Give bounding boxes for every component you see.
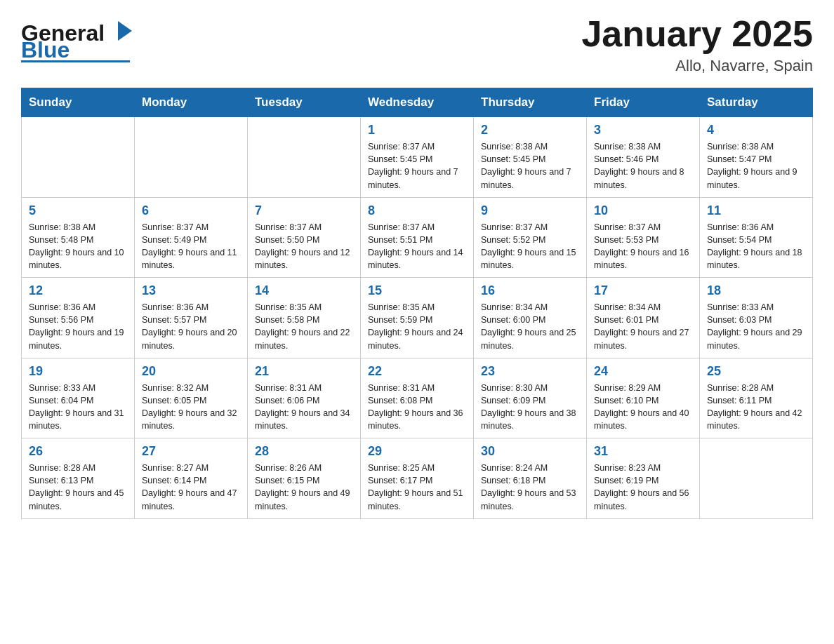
calendar-cell: 1Sunrise: 8:37 AMSunset: 5:45 PMDaylight… [361, 117, 474, 198]
calendar-cell [700, 438, 813, 519]
calendar-cell: 8Sunrise: 8:37 AMSunset: 5:51 PMDaylight… [361, 197, 474, 278]
day-number: 31 [594, 444, 692, 459]
header-sunday: Sunday [22, 88, 135, 117]
day-number: 27 [142, 444, 240, 459]
header-tuesday: Tuesday [248, 88, 361, 117]
calendar-cell: 21Sunrise: 8:31 AMSunset: 6:06 PMDayligh… [248, 358, 361, 438]
day-number: 20 [142, 364, 240, 379]
page-header: General Blue January 2025 Allo, Navarre,… [21, 14, 813, 75]
day-info: Sunrise: 8:32 AMSunset: 6:05 PMDaylight:… [142, 382, 240, 433]
calendar-cell: 20Sunrise: 8:32 AMSunset: 6:05 PMDayligh… [135, 358, 248, 438]
day-number: 21 [255, 364, 353, 379]
calendar-cell: 9Sunrise: 8:37 AMSunset: 5:52 PMDaylight… [474, 197, 587, 278]
logo: General Blue [21, 14, 133, 63]
day-info: Sunrise: 8:23 AMSunset: 6:19 PMDaylight:… [594, 462, 692, 513]
day-info: Sunrise: 8:38 AMSunset: 5:48 PMDaylight:… [29, 221, 127, 272]
calendar-cell: 27Sunrise: 8:27 AMSunset: 6:14 PMDayligh… [135, 438, 248, 519]
day-number: 1 [368, 123, 466, 137]
calendar-cell: 4Sunrise: 8:38 AMSunset: 5:47 PMDaylight… [700, 117, 813, 198]
day-number: 16 [481, 283, 579, 298]
calendar-cell: 18Sunrise: 8:33 AMSunset: 6:03 PMDayligh… [700, 278, 813, 358]
day-info: Sunrise: 8:28 AMSunset: 6:11 PMDaylight:… [707, 382, 805, 433]
calendar-subtitle: Allo, Navarre, Spain [581, 57, 813, 75]
svg-marker-1 [118, 21, 132, 41]
week-row-1: 1Sunrise: 8:37 AMSunset: 5:45 PMDaylight… [22, 117, 813, 198]
day-number: 25 [707, 364, 805, 379]
calendar-cell: 26Sunrise: 8:28 AMSunset: 6:13 PMDayligh… [22, 438, 135, 519]
week-row-2: 5Sunrise: 8:38 AMSunset: 5:48 PMDaylight… [22, 197, 813, 278]
day-info: Sunrise: 8:25 AMSunset: 6:17 PMDaylight:… [368, 462, 466, 513]
week-row-4: 19Sunrise: 8:33 AMSunset: 6:04 PMDayligh… [22, 358, 813, 438]
week-row-5: 26Sunrise: 8:28 AMSunset: 6:13 PMDayligh… [22, 438, 813, 519]
day-number: 14 [255, 283, 353, 298]
day-number: 22 [368, 364, 466, 379]
calendar-cell: 30Sunrise: 8:24 AMSunset: 6:18 PMDayligh… [474, 438, 587, 519]
calendar-cell: 28Sunrise: 8:26 AMSunset: 6:15 PMDayligh… [248, 438, 361, 519]
calendar-cell: 7Sunrise: 8:37 AMSunset: 5:50 PMDaylight… [248, 197, 361, 278]
day-number: 11 [707, 203, 805, 218]
day-info: Sunrise: 8:29 AMSunset: 6:10 PMDaylight:… [594, 382, 692, 433]
calendar-cell: 11Sunrise: 8:36 AMSunset: 5:54 PMDayligh… [700, 197, 813, 278]
calendar-cell: 17Sunrise: 8:34 AMSunset: 6:01 PMDayligh… [587, 278, 700, 358]
calendar-cell: 10Sunrise: 8:37 AMSunset: 5:53 PMDayligh… [587, 197, 700, 278]
day-info: Sunrise: 8:31 AMSunset: 6:06 PMDaylight:… [255, 382, 353, 433]
calendar-table: Sunday Monday Tuesday Wednesday Thursday… [21, 88, 813, 519]
svg-rect-3 [21, 60, 130, 62]
day-info: Sunrise: 8:38 AMSunset: 5:45 PMDaylight:… [481, 140, 579, 192]
day-info: Sunrise: 8:34 AMSunset: 6:00 PMDaylight:… [481, 301, 579, 352]
day-info: Sunrise: 8:27 AMSunset: 6:14 PMDaylight:… [142, 462, 240, 513]
day-info: Sunrise: 8:37 AMSunset: 5:53 PMDaylight:… [594, 221, 692, 272]
calendar-cell: 29Sunrise: 8:25 AMSunset: 6:17 PMDayligh… [361, 438, 474, 519]
header-wednesday: Wednesday [361, 88, 474, 117]
calendar-cell: 19Sunrise: 8:33 AMSunset: 6:04 PMDayligh… [22, 358, 135, 438]
svg-text:Blue: Blue [21, 37, 70, 62]
day-info: Sunrise: 8:37 AMSunset: 5:52 PMDaylight:… [481, 221, 579, 272]
calendar-cell: 14Sunrise: 8:35 AMSunset: 5:58 PMDayligh… [248, 278, 361, 358]
day-number: 29 [368, 444, 466, 459]
day-number: 4 [707, 123, 805, 137]
calendar-cell: 2Sunrise: 8:38 AMSunset: 5:45 PMDaylight… [474, 117, 587, 198]
calendar-cell: 24Sunrise: 8:29 AMSunset: 6:10 PMDayligh… [587, 358, 700, 438]
header-thursday: Thursday [474, 88, 587, 117]
day-number: 7 [255, 203, 353, 218]
day-info: Sunrise: 8:38 AMSunset: 5:47 PMDaylight:… [707, 140, 805, 192]
day-number: 15 [368, 283, 466, 298]
day-info: Sunrise: 8:33 AMSunset: 6:04 PMDaylight:… [29, 382, 127, 433]
day-info: Sunrise: 8:36 AMSunset: 5:54 PMDaylight:… [707, 221, 805, 272]
calendar-cell: 23Sunrise: 8:30 AMSunset: 6:09 PMDayligh… [474, 358, 587, 438]
day-number: 6 [142, 203, 240, 218]
calendar-body: 1Sunrise: 8:37 AMSunset: 5:45 PMDaylight… [22, 117, 813, 519]
day-number: 5 [29, 203, 127, 218]
calendar-title: January 2025 [581, 14, 813, 54]
header-saturday: Saturday [700, 88, 813, 117]
day-info: Sunrise: 8:31 AMSunset: 6:08 PMDaylight:… [368, 382, 466, 433]
calendar-cell: 6Sunrise: 8:37 AMSunset: 5:49 PMDaylight… [135, 197, 248, 278]
day-number: 18 [707, 283, 805, 298]
day-number: 12 [29, 283, 127, 298]
calendar-cell: 16Sunrise: 8:34 AMSunset: 6:00 PMDayligh… [474, 278, 587, 358]
day-number: 19 [29, 364, 127, 379]
calendar-cell: 13Sunrise: 8:36 AMSunset: 5:57 PMDayligh… [135, 278, 248, 358]
day-number: 8 [368, 203, 466, 218]
day-info: Sunrise: 8:28 AMSunset: 6:13 PMDaylight:… [29, 462, 127, 513]
day-info: Sunrise: 8:36 AMSunset: 5:57 PMDaylight:… [142, 301, 240, 352]
day-info: Sunrise: 8:37 AMSunset: 5:45 PMDaylight:… [368, 140, 466, 192]
day-info: Sunrise: 8:34 AMSunset: 6:01 PMDaylight:… [594, 301, 692, 352]
day-number: 26 [29, 444, 127, 459]
day-info: Sunrise: 8:38 AMSunset: 5:46 PMDaylight:… [594, 140, 692, 192]
header-monday: Monday [135, 88, 248, 117]
day-info: Sunrise: 8:36 AMSunset: 5:56 PMDaylight:… [29, 301, 127, 352]
calendar-cell [135, 117, 248, 198]
day-number: 13 [142, 283, 240, 298]
calendar-cell: 3Sunrise: 8:38 AMSunset: 5:46 PMDaylight… [587, 117, 700, 198]
title-block: January 2025 Allo, Navarre, Spain [581, 14, 813, 75]
day-number: 17 [594, 283, 692, 298]
day-number: 23 [481, 364, 579, 379]
calendar-cell [248, 117, 361, 198]
day-info: Sunrise: 8:37 AMSunset: 5:49 PMDaylight:… [142, 221, 240, 272]
day-info: Sunrise: 8:26 AMSunset: 6:15 PMDaylight:… [255, 462, 353, 513]
calendar-cell: 15Sunrise: 8:35 AMSunset: 5:59 PMDayligh… [361, 278, 474, 358]
calendar-cell: 22Sunrise: 8:31 AMSunset: 6:08 PMDayligh… [361, 358, 474, 438]
calendar-cell [22, 117, 135, 198]
calendar-cell: 31Sunrise: 8:23 AMSunset: 6:19 PMDayligh… [587, 438, 700, 519]
